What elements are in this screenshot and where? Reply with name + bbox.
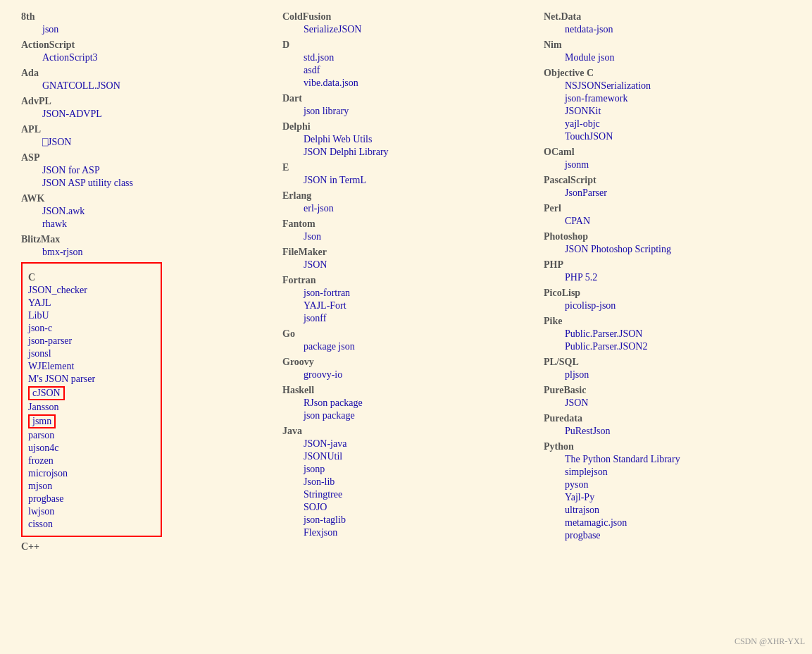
lib-link[interactable]: json bbox=[42, 24, 268, 35]
lib-link[interactable]: JSON bbox=[565, 397, 791, 409]
lib-link[interactable]: PHP 5.2 bbox=[565, 272, 791, 283]
lang-header-go: Go bbox=[282, 328, 530, 340]
lib-link[interactable]: groovy-io bbox=[304, 369, 530, 381]
lang-header-pike: Pike bbox=[544, 316, 791, 327]
jsmn-link[interactable]: jsmn bbox=[28, 414, 56, 428]
lib-link[interactable]: json library bbox=[304, 106, 530, 117]
lang-header-objectivec: Objective C bbox=[544, 68, 791, 79]
lang-header-apl: APL bbox=[21, 124, 268, 135]
lib-link[interactable]: NSJSONSerialization bbox=[565, 80, 791, 92]
lib-link[interactable]: jsonm bbox=[565, 159, 791, 171]
lib-link[interactable]: Json bbox=[304, 231, 530, 242]
lib-link[interactable]: YAJL-Fort bbox=[304, 300, 530, 311]
lib-link[interactable]: microjson bbox=[28, 468, 155, 479]
lib-link[interactable]: GNATCOLL.JSON bbox=[42, 80, 268, 92]
lib-link[interactable]: ActionScript3 bbox=[42, 52, 268, 63]
lib-link[interactable]: metamagic.json bbox=[565, 517, 791, 529]
lib-link[interactable]: pljson bbox=[565, 369, 791, 381]
lib-link[interactable]: json-framework bbox=[565, 93, 791, 104]
lib-link[interactable]: simplejson bbox=[565, 467, 791, 478]
lib-link[interactable]: Yajl-Py bbox=[565, 492, 791, 503]
lib-link[interactable]: SerializeJSON bbox=[304, 24, 530, 35]
lang-header-blitzmax: BlitzMax bbox=[21, 234, 268, 245]
lib-link[interactable]: Stringtree bbox=[304, 489, 530, 500]
lib-link[interactable]: erl-json bbox=[304, 203, 530, 214]
lib-link[interactable]: Module json bbox=[565, 52, 791, 63]
lib-link[interactable]: vibe.data.json bbox=[304, 78, 530, 89]
lang-header-8th: 8th bbox=[21, 11, 268, 23]
lib-link[interactable]: picolisp-json bbox=[565, 300, 791, 311]
lib-link[interactable]: JSON-ADVPL bbox=[42, 109, 268, 120]
lib-link[interactable]: cisson bbox=[28, 519, 155, 530]
lib-link[interactable]: ujson4c bbox=[28, 443, 155, 454]
cjson-link[interactable]: cJSON bbox=[28, 386, 65, 400]
lib-link[interactable]: YAJL bbox=[28, 297, 155, 309]
lib-link[interactable]: The Python Standard Library bbox=[565, 454, 791, 465]
lib-link[interactable]: LibU bbox=[28, 310, 155, 321]
lib-link[interactable]: RJson package bbox=[304, 397, 530, 409]
lib-link[interactable]: JSON-java bbox=[304, 438, 530, 450]
lib-link[interactable]: pyson bbox=[565, 479, 791, 490]
c-section-box: C JSON_checkerYAJLLibUjson-cjson-parserj… bbox=[21, 262, 162, 537]
lib-link[interactable]: JSON for ASP bbox=[42, 165, 268, 176]
lang-header-purebasic: PureBasic bbox=[544, 385, 791, 396]
lib-link[interactable]: json-fortran bbox=[304, 288, 530, 299]
lib-link[interactable]: WJElement bbox=[28, 361, 155, 372]
col1-post-c: C++ bbox=[21, 541, 268, 553]
lib-link[interactable]: JSON bbox=[304, 259, 530, 271]
lib-link[interactable]: parson bbox=[28, 430, 155, 441]
lang-header-advpl: AdvPL bbox=[21, 96, 268, 107]
lib-link[interactable]: netdata-json bbox=[565, 24, 791, 35]
lang-header-fantom: Fantom bbox=[282, 218, 530, 230]
lib-link[interactable]: SOJO bbox=[304, 502, 530, 513]
lib-link[interactable]: bmx-rjson bbox=[42, 247, 268, 258]
lang-header-pascalscript: PascalScript bbox=[544, 175, 791, 186]
lang-header-groovy: Groovy bbox=[282, 357, 530, 368]
lib-link[interactable]: progbase bbox=[565, 530, 791, 541]
lib-link[interactable]: JSONUtil bbox=[304, 451, 530, 462]
lib-link[interactable]: Json-lib bbox=[304, 476, 530, 488]
jansson-link[interactable]: Jansson bbox=[28, 402, 155, 413]
lib-link[interactable]: Public.Parser.JSON2 bbox=[565, 341, 791, 352]
lib-link[interactable]: json-c bbox=[28, 323, 155, 334]
lib-link[interactable]: TouchJSON bbox=[565, 131, 791, 142]
lib-link[interactable]: JSON_checker bbox=[28, 285, 155, 296]
lib-link[interactable]: json-parser bbox=[28, 335, 155, 347]
lib-link[interactable]: JSON Delphi Library bbox=[304, 147, 530, 158]
lib-link[interactable]: Flexjson bbox=[304, 527, 530, 538]
lib-link[interactable]: Public.Parser.JSON bbox=[565, 328, 791, 340]
lang-header-ocaml: OCaml bbox=[544, 147, 791, 158]
lib-link[interactable]: ultrajson bbox=[565, 505, 791, 516]
lib-link[interactable]: CPAN bbox=[565, 216, 791, 227]
lib-link[interactable]: jsonsl bbox=[28, 348, 155, 359]
lib-link[interactable]: rhawk bbox=[42, 218, 268, 230]
lib-link[interactable]: JSON ASP utility class bbox=[42, 178, 268, 189]
lib-link[interactable]: json-taglib bbox=[304, 514, 530, 526]
lib-link[interactable]: progbase bbox=[28, 493, 155, 505]
lib-link[interactable]: JSONKit bbox=[565, 106, 791, 117]
lang-header-python: Python bbox=[544, 441, 791, 452]
lang-header-filemaker: FileMaker bbox=[282, 247, 530, 258]
lang-header-ada: Ada bbox=[21, 68, 268, 79]
lib-link[interactable]: jsonp bbox=[304, 464, 530, 475]
lang-header-asp: ASP bbox=[21, 152, 268, 164]
lib-link[interactable]: JSON.awk bbox=[42, 206, 268, 217]
lib-link[interactable]: package json bbox=[304, 341, 530, 352]
lib-link[interactable]: frozen bbox=[28, 455, 155, 467]
lib-link[interactable]: jsonff bbox=[304, 313, 530, 324]
lib-link[interactable]: mjson bbox=[28, 481, 155, 492]
lib-link[interactable]: yajl-objc bbox=[565, 118, 791, 130]
lib-link[interactable]: ⎕JSON bbox=[42, 137, 268, 148]
lib-link[interactable]: PuRestJson bbox=[565, 426, 791, 437]
lib-link[interactable]: std.json bbox=[304, 52, 530, 63]
lib-link[interactable]: json package bbox=[304, 410, 530, 421]
lib-link[interactable]: JSON Photoshop Scripting bbox=[565, 244, 791, 255]
lib-link[interactable]: Delphi Web Utils bbox=[304, 134, 530, 145]
lib-link[interactable]: JSON in TermL bbox=[304, 175, 530, 186]
column-2: ColdFusionSerializeJSONDstd.jsonasdfvibe… bbox=[275, 7, 537, 554]
lib-link[interactable]: M's JSON parser bbox=[28, 374, 155, 385]
lib-link[interactable]: JsonParser bbox=[565, 187, 791, 199]
lib-link[interactable]: asdf bbox=[304, 65, 530, 76]
lang-header-erlang: Erlang bbox=[282, 190, 530, 202]
lib-link[interactable]: lwjson bbox=[28, 506, 155, 517]
